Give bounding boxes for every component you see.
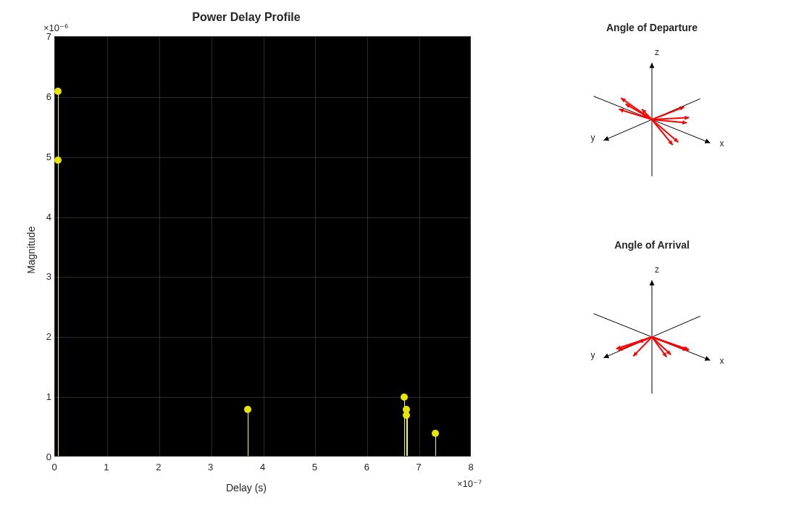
axis-label: y (591, 133, 595, 143)
pdp-ytick-label: 1 (38, 391, 51, 402)
svg-marker-3 (685, 116, 689, 120)
pdp-ytick-label: 6 (38, 91, 51, 101)
pdp-ytick-label: 0 (38, 451, 51, 462)
axis-label: z (655, 265, 659, 275)
right-column: Angle of Departure xyz Angle of Arrival … (529, 22, 775, 457)
aod-chart: Angle of Departure xyz (529, 22, 775, 239)
svg-marker-2 (650, 63, 655, 68)
aoa-title: Angle of Arrival (529, 239, 775, 251)
pdp-title: Power Delay Profile (14, 11, 478, 24)
pdp-ytick-label: 2 (38, 331, 51, 342)
svg-marker-19 (616, 346, 621, 350)
quiver-vector (652, 120, 687, 123)
pdp-ytick-label: 7 (38, 31, 51, 42)
pdp-ytick-label: 5 (38, 151, 51, 162)
pdp-ylabel: Magnitude (25, 226, 37, 273)
aod-title: Angle of Departure (529, 22, 775, 33)
aod-plot: xyz (558, 36, 746, 210)
pdp-xtick-label: 3 (208, 462, 213, 472)
pdp-xlabel: Delay (s) (14, 482, 478, 494)
aoa-plot: xyz (558, 254, 746, 428)
axis-line (652, 316, 700, 337)
pdp-xtick-label: 5 (312, 462, 317, 472)
pdp-xtick-label: 4 (260, 462, 265, 472)
pdp-x-exponent: ×10⁻⁷ (457, 478, 482, 489)
pdp-plot-area: 01234567 012345678 (54, 36, 471, 457)
axis-label: x (720, 138, 724, 149)
svg-marker-4 (682, 120, 687, 125)
pdp-chart: Power Delay Profile ×10⁻⁶ Magnitude Dela… (14, 11, 478, 489)
aoa-chart: Angle of Arrival xyz (529, 239, 775, 457)
pdp-xtick-label: 7 (417, 462, 422, 472)
pdp-xtick-label: 0 (51, 462, 56, 472)
quiver-vector (652, 120, 678, 142)
pdp-xtick-label: 1 (104, 462, 109, 472)
axis-label: y (591, 350, 595, 360)
axis-label: z (655, 47, 659, 57)
pdp-ytick-label: 4 (38, 211, 51, 222)
pdp-xtick-label: 8 (468, 462, 473, 472)
axis-label: x (720, 356, 724, 366)
axis-line (594, 314, 653, 337)
svg-marker-15 (650, 280, 655, 286)
pdp-xtick-label: 2 (156, 462, 161, 472)
axis-line (603, 120, 652, 141)
pdp-ytick-label: 3 (38, 271, 51, 282)
pdp-xtick-label: 6 (364, 462, 369, 472)
